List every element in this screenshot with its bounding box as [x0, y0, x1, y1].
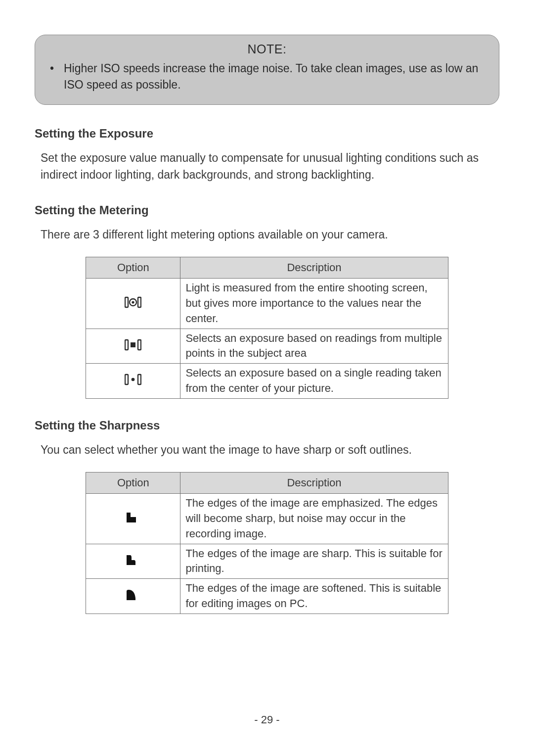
svg-rect-5	[138, 340, 141, 350]
th-option: Option	[86, 472, 180, 494]
table-row: The edges of the image are softened. Thi…	[86, 579, 448, 614]
th-option: Option	[86, 257, 180, 279]
svg-rect-8	[138, 375, 141, 384]
sharpness-high-icon	[86, 494, 180, 544]
svg-rect-0	[125, 297, 128, 307]
table-row: Light is measured from the entire shooti…	[86, 279, 448, 329]
table-row: Selects an exposure based on a single re…	[86, 364, 448, 399]
sharpness-table: Option Description The edges of the imag…	[86, 472, 448, 614]
page-number: - 29 -	[0, 713, 534, 726]
svg-point-9	[132, 378, 135, 381]
svg-rect-4	[125, 340, 128, 350]
metering-spot-desc: Selects an exposure based on a single re…	[180, 364, 448, 399]
heading-metering: Setting the Metering	[35, 203, 499, 217]
para-sharpness: You can select whether you want the imag…	[41, 441, 499, 459]
note-item: • Higher ISO speeds increase the image n…	[48, 60, 486, 94]
metering-table: Option Description Light is measured fro…	[86, 257, 448, 399]
metering-center-weighted-desc: Light is measured from the entire shooti…	[180, 279, 448, 329]
note-title: NOTE:	[48, 42, 486, 56]
sharpness-soft-desc: The edges of the image are softened. Thi…	[180, 579, 448, 614]
bullet-dot-icon: •	[48, 60, 64, 94]
th-description: Description	[180, 257, 448, 279]
heading-sharpness: Setting the Sharpness	[35, 419, 499, 432]
heading-exposure: Setting the Exposure	[35, 127, 499, 141]
metering-multi-desc: Selects an exposure based on readings fr…	[180, 329, 448, 364]
metering-spot-icon	[86, 364, 180, 399]
sharpness-normal-desc: The edges of the image are sharp. This i…	[180, 544, 448, 579]
svg-rect-6	[131, 342, 135, 347]
para-exposure: Set the exposure value manually to compe…	[41, 149, 499, 184]
sharpness-soft-icon	[86, 579, 180, 614]
table-row: The edges of the image are emphasized. T…	[86, 494, 448, 544]
para-metering: There are 3 different light metering opt…	[41, 226, 499, 243]
table-header-row: Option Description	[86, 257, 448, 279]
note-bullets: • Higher ISO speeds increase the image n…	[48, 60, 486, 94]
table-row: Selects an exposure based on readings fr…	[86, 329, 448, 364]
th-description: Description	[180, 472, 448, 494]
svg-point-3	[132, 301, 134, 303]
note-text: Higher ISO speeds increase the image noi…	[64, 60, 486, 94]
metering-multi-icon	[86, 329, 180, 364]
sharpness-high-desc: The edges of the image are emphasized. T…	[180, 494, 448, 544]
table-header-row: Option Description	[86, 472, 448, 494]
metering-center-weighted-icon	[86, 279, 180, 329]
table-row: The edges of the image are sharp. This i…	[86, 544, 448, 579]
sharpness-normal-icon	[86, 544, 180, 579]
note-box: NOTE: • Higher ISO speeds increase the i…	[35, 35, 499, 105]
page: NOTE: • Higher ISO speeds increase the i…	[0, 0, 534, 756]
svg-rect-7	[125, 375, 128, 384]
svg-rect-1	[138, 297, 141, 307]
